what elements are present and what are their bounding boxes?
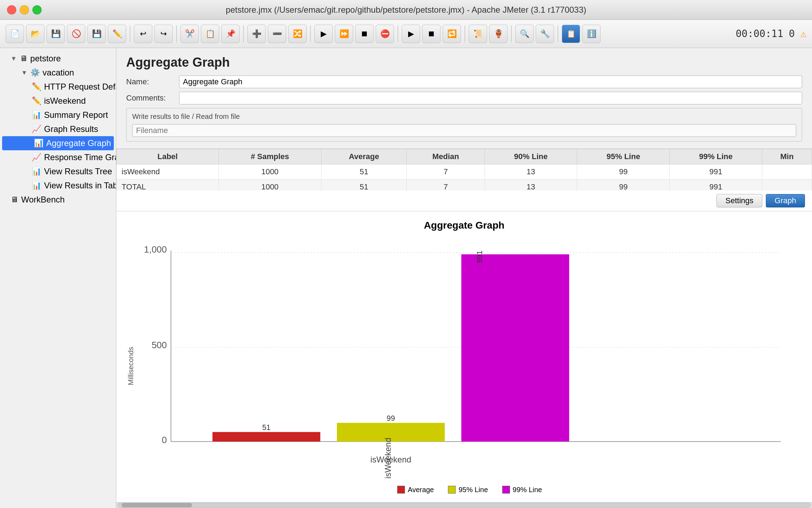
toolbar-separator-1 <box>130 25 130 42</box>
sidebar-item-http-defaults[interactable]: ✏️ HTTP Request Defaults <box>0 80 116 94</box>
scroll-track[interactable] <box>118 503 811 508</box>
settings-button[interactable]: Settings <box>716 194 762 207</box>
stop-button[interactable]: 🚫 <box>67 25 85 43</box>
sidebar-item-aggregate-graph[interactable]: 📊 Aggregate Graph <box>2 136 114 150</box>
row2-average: 51 <box>321 180 407 191</box>
search-button[interactable]: 🔍 <box>515 25 534 43</box>
close-button[interactable] <box>7 5 16 14</box>
file-group-title: Write results to file / Read from file <box>132 113 796 121</box>
chart-container: Aggregate Graph Milliseconds 1,000 500 0 <box>116 211 812 502</box>
minimize-button[interactable] <box>20 5 29 14</box>
chart-inner: 1,000 500 0 51 99 <box>138 238 801 494</box>
list-button[interactable]: 📋 <box>562 25 580 43</box>
toolbar-separator-2 <box>176 25 177 42</box>
row2-min <box>762 180 812 191</box>
sidebar-item-view-results-tree[interactable]: 📊 View Results Tree <box>0 164 116 179</box>
response-time-icon: 📈 <box>32 153 41 162</box>
aggregate-graph-icon: 📊 <box>34 139 43 148</box>
bottom-scrollbar[interactable] <box>116 502 812 508</box>
graph-controls: Settings Graph <box>116 190 812 211</box>
add-button[interactable]: ➕ <box>247 25 266 43</box>
data-table-wrapper: Label # Samples Average Median 90% Line … <box>116 149 812 190</box>
clear-button[interactable]: 🔀 <box>288 25 307 43</box>
chart-svg: 1,000 500 0 51 99 <box>138 238 801 479</box>
table-row: isWeekend 1000 51 7 13 99 991 <box>117 164 812 180</box>
row1-median: 7 <box>407 164 485 180</box>
stop2-button[interactable]: ⏹ <box>355 25 374 43</box>
scroll-thumb[interactable] <box>122 503 192 507</box>
panel-header: Aggregate Graph Name: Comments: Write re… <box>116 48 812 149</box>
remote-clear-button[interactable]: 🔁 <box>443 25 461 43</box>
graph-button[interactable]: Graph <box>766 194 805 207</box>
titlebar: petstore.jmx (/Users/emac/git.repo/githu… <box>0 0 812 20</box>
filename-input[interactable] <box>132 124 796 137</box>
bar-95-label: 99 <box>387 414 395 422</box>
toolbar-separator-6 <box>465 25 465 42</box>
row1-90line: 13 <box>485 164 577 180</box>
y-zero-label: 0 <box>162 435 167 445</box>
panel: Aggregate Graph Name: Comments: Write re… <box>116 48 812 508</box>
name-input[interactable] <box>179 75 802 88</box>
sidebar-item-graph-results[interactable]: 📈 Graph Results <box>0 122 116 136</box>
sidebar-item-summary-report[interactable]: 📊 Summary Report <box>0 108 116 122</box>
bar-99-label: 991 <box>475 250 484 263</box>
bar-average <box>213 432 320 442</box>
test-button[interactable]: 🏺 <box>489 25 508 43</box>
open-button[interactable]: 📂 <box>26 25 44 43</box>
y-axis-label: Milliseconds <box>127 347 135 385</box>
maximize-button[interactable] <box>32 5 42 14</box>
expand-arrow-petstore: ▼ <box>11 55 17 62</box>
remote-stop-button[interactable]: ⏹ <box>422 25 441 43</box>
summary-report-icon: 📊 <box>32 110 41 120</box>
petstore-icon: 🖥 <box>20 54 27 63</box>
x-axis-label2: isWeekend <box>370 455 411 464</box>
sidebar-item-petstore[interactable]: ▼ 🖥 petstore <box>0 52 116 66</box>
remote-run-button[interactable]: ▶ <box>402 25 420 43</box>
remove-button[interactable]: ➖ <box>268 25 286 43</box>
sidebar-item-view-results-table[interactable]: 📊 View Results in Table <box>0 179 116 193</box>
results-tree-icon: 📊 <box>32 167 41 176</box>
sidebar-item-workbench[interactable]: 🖥 WorkBench <box>0 193 116 207</box>
cut-button[interactable]: ✂️ <box>180 25 199 43</box>
col-samples: # Samples <box>219 149 321 164</box>
warning-icon: ⚠️ <box>800 28 806 40</box>
comments-input[interactable] <box>179 92 802 104</box>
legend-label-95line: 95% Line <box>459 486 488 494</box>
row1-min <box>762 164 812 180</box>
bar-avg-label: 51 <box>262 423 271 431</box>
toolbar-separator-8 <box>558 25 558 42</box>
redo-button[interactable]: ↪ <box>154 25 173 43</box>
vacation-icon: ⚙️ <box>30 68 40 77</box>
legend-95line: 95% Line <box>448 486 488 494</box>
info-button[interactable]: ℹ️ <box>582 25 601 43</box>
y-max-label: 1,000 <box>144 244 167 254</box>
row2-median: 7 <box>407 180 485 191</box>
paste-button[interactable]: 📌 <box>221 25 240 43</box>
copy-button[interactable]: 📋 <box>201 25 219 43</box>
edit-button[interactable]: ✏️ <box>108 25 126 43</box>
legend-color-99line <box>502 486 510 494</box>
sidebar-item-vacation[interactable]: ▼ ⚙️ vacation <box>0 66 116 80</box>
help-button[interactable]: 🔧 <box>536 25 554 43</box>
undo-button[interactable]: ↩ <box>134 25 152 43</box>
window-controls[interactable] <box>7 5 42 14</box>
sidebar-item-response-time-graph[interactable]: 📈 Response Time Graph <box>0 150 116 164</box>
save2-button[interactable]: 💾 <box>87 25 106 43</box>
row1-99line: 991 <box>670 164 762 180</box>
window-title: petstore.jmx (/Users/emac/git.repo/githu… <box>226 5 586 15</box>
legend-average: Average <box>397 486 434 494</box>
script-button[interactable]: 📜 <box>469 25 487 43</box>
toolbar-separator-4 <box>310 25 311 42</box>
run-no-pause-button[interactable]: ⏩ <box>335 25 353 43</box>
workbench-icon: 🖥 <box>11 195 18 204</box>
row1-95line: 99 <box>577 164 669 180</box>
row1-average: 51 <box>321 164 407 180</box>
bar-99line <box>461 254 569 442</box>
run-button[interactable]: ▶ <box>314 25 333 43</box>
save-button[interactable]: 💾 <box>47 25 65 43</box>
row2-99line: 991 <box>670 180 762 191</box>
new-button[interactable]: 📄 <box>6 25 24 43</box>
stop3-button[interactable]: ⛔ <box>376 25 394 43</box>
sidebar-item-isweekend[interactable]: ✏️ isWeekend <box>0 94 116 108</box>
legend-color-95line <box>448 486 456 494</box>
